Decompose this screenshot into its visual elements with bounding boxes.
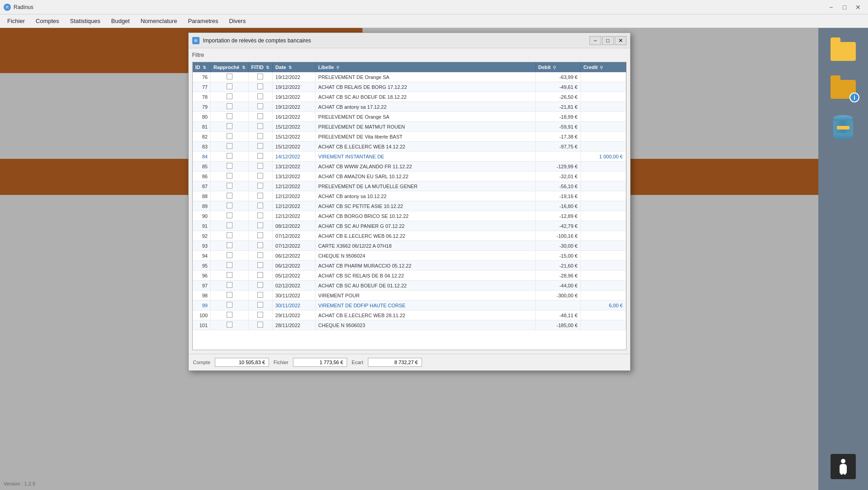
cell-fitid[interactable] — [248, 241, 273, 251]
modal-close-button[interactable]: ✕ — [615, 36, 627, 45]
fitid-checkbox[interactable] — [257, 113, 263, 119]
cell-rapproche[interactable] — [211, 271, 249, 281]
table-row[interactable]: 93 07/12/2022 CARTE X3662 06/12/22 A 07H… — [193, 241, 626, 251]
menu-comptes[interactable]: Comptes — [30, 16, 65, 26]
fitid-checkbox[interactable] — [257, 163, 263, 169]
cell-fitid[interactable] — [248, 181, 273, 191]
cell-rapproche[interactable] — [211, 310, 249, 320]
rapproche-checkbox[interactable] — [227, 74, 232, 79]
fitid-checkbox[interactable] — [257, 222, 263, 228]
table-row[interactable]: 80 16/12/2022 PRELEVEMENT DE Orange SA -… — [193, 112, 626, 122]
cell-fitid[interactable] — [248, 271, 273, 281]
rapproche-checkbox[interactable] — [227, 203, 232, 208]
filter-credit-icon[interactable]: ⚲ — [600, 65, 603, 70]
table-row[interactable]: 76 19/12/2022 PRELEVEMENT DE Orange SA -… — [193, 72, 626, 82]
fitid-checkbox[interactable] — [257, 133, 263, 139]
cell-rapproche[interactable] — [211, 251, 249, 261]
rapproche-checkbox[interactable] — [227, 173, 232, 179]
menu-fichier[interactable]: Fichier — [2, 16, 30, 26]
cell-fitid[interactable] — [248, 152, 273, 162]
rapproche-checkbox[interactable] — [227, 262, 232, 268]
cell-rapproche[interactable] — [211, 241, 249, 251]
cell-fitid[interactable] — [248, 132, 273, 142]
table-row[interactable]: 95 06/12/2022 ACHAT CB PHARM MURACCIO 05… — [193, 261, 626, 271]
rapproche-checkbox[interactable] — [227, 272, 232, 278]
cell-fitid[interactable] — [248, 122, 273, 132]
menu-budget[interactable]: Budget — [106, 16, 135, 26]
fitid-checkbox[interactable] — [257, 232, 263, 238]
cell-rapproche[interactable] — [211, 221, 249, 231]
table-row[interactable]: 83 15/12/2022 ACHAT CB E.LECLERC WEB 14.… — [193, 142, 626, 152]
table-row[interactable]: 82 15/12/2022 PRELEVEMENT DE Vita libert… — [193, 132, 626, 142]
col-libelle[interactable]: Libelle ⚲ — [316, 62, 535, 72]
rapproche-checkbox[interactable] — [227, 292, 232, 298]
cell-rapproche[interactable] — [211, 181, 249, 191]
table-row[interactable]: 86 13/12/2022 ACHAT CB AMAZON EU SARL 10… — [193, 171, 626, 181]
rapproche-checkbox[interactable] — [227, 93, 232, 99]
cell-rapproche[interactable] — [211, 320, 249, 330]
menu-statistiques[interactable]: Statistiques — [65, 16, 106, 26]
table-row[interactable]: 84 14/12/2022 VIREMENT INSTANTANE DE 1 0… — [193, 152, 626, 162]
table-row[interactable]: 79 19/12/2022 ACHAT CB antony sa 17.12.2… — [193, 102, 626, 112]
table-row[interactable]: 94 06/12/2022 CHEQUE N 9506024 -15,00 € — [193, 251, 626, 261]
fitid-checkbox[interactable] — [257, 183, 263, 189]
folder-info-button[interactable]: i — [829, 75, 858, 104]
cell-fitid[interactable] — [248, 201, 273, 211]
table-row[interactable]: 87 12/12/2022 PRELEVEMENT DE LA MUTUELLE… — [193, 181, 626, 191]
cell-fitid[interactable] — [248, 310, 273, 320]
cell-fitid[interactable] — [248, 261, 273, 271]
cell-rapproche[interactable] — [211, 300, 249, 310]
table-row[interactable]: 99 30/11/2022 VIREMENT DE DDFIP HAUTE CO… — [193, 300, 626, 310]
filter-debit-icon[interactable]: ⚲ — [553, 65, 556, 70]
rapproche-checkbox[interactable] — [227, 153, 232, 159]
rapproche-checkbox[interactable] — [227, 113, 232, 119]
table-row[interactable]: 90 12/12/2022 ACHAT CB BORGO BRICO SE 10… — [193, 211, 626, 221]
fitid-checkbox[interactable] — [257, 193, 263, 199]
rapproche-checkbox[interactable] — [227, 133, 232, 139]
fitid-checkbox[interactable] — [257, 312, 263, 318]
fitid-checkbox[interactable] — [257, 302, 263, 308]
col-credit[interactable]: Credit ⚲ — [580, 62, 626, 72]
cell-rapproche[interactable] — [211, 112, 249, 122]
table-row[interactable]: 91 08/12/2022 ACHAT CB SC AU PANIER G 07… — [193, 221, 626, 231]
table-row[interactable]: 92 07/12/2022 ACHAT CB E.LECLERC WEB 06.… — [193, 231, 626, 241]
rapproche-checkbox[interactable] — [227, 322, 232, 328]
cell-rapproche[interactable] — [211, 201, 249, 211]
fitid-checkbox[interactable] — [257, 153, 263, 159]
cell-rapproche[interactable] — [211, 281, 249, 291]
modal-maximize-button[interactable]: □ — [602, 36, 614, 45]
rapproche-checkbox[interactable] — [227, 83, 232, 89]
rapproche-checkbox[interactable] — [227, 123, 232, 129]
fitid-checkbox[interactable] — [257, 74, 263, 79]
fitid-checkbox[interactable] — [257, 272, 263, 278]
col-fitid[interactable]: FITID ⇅ — [248, 62, 273, 72]
fitid-checkbox[interactable] — [257, 242, 263, 248]
cell-rapproche[interactable] — [211, 162, 249, 171]
cell-fitid[interactable] — [248, 102, 273, 112]
cell-fitid[interactable] — [248, 291, 273, 300]
fitid-checkbox[interactable] — [257, 213, 263, 218]
cell-rapproche[interactable] — [211, 102, 249, 112]
rapproche-checkbox[interactable] — [227, 242, 232, 248]
cell-rapproche[interactable] — [211, 142, 249, 152]
col-debit[interactable]: Debit ⚲ — [535, 62, 580, 72]
rapproche-checkbox[interactable] — [227, 193, 232, 199]
rapproche-checkbox[interactable] — [227, 252, 232, 258]
cell-fitid[interactable] — [248, 320, 273, 330]
rapproche-checkbox[interactable] — [227, 222, 232, 228]
cell-fitid[interactable] — [248, 300, 273, 310]
rapproche-checkbox[interactable] — [227, 143, 232, 149]
fitid-checkbox[interactable] — [257, 103, 263, 109]
cell-fitid[interactable] — [248, 191, 273, 201]
rapproche-checkbox[interactable] — [227, 163, 232, 169]
modal-minimize-button[interactable]: − — [589, 36, 601, 45]
menu-nomenclature[interactable]: Nomenclature — [135, 16, 182, 26]
table-row[interactable]: 96 05/12/2022 ACHAT CB SC RELAIS DE B 04… — [193, 271, 626, 281]
fitid-checkbox[interactable] — [257, 252, 263, 258]
rapproche-checkbox[interactable] — [227, 213, 232, 218]
cell-fitid[interactable] — [248, 142, 273, 152]
cell-rapproche[interactable] — [211, 261, 249, 271]
col-date[interactable]: Date ⇅ — [273, 62, 316, 72]
table-row[interactable]: 100 29/11/2022 ACHAT CB E.LECLERC WEB 28… — [193, 310, 626, 320]
fitid-checkbox[interactable] — [257, 93, 263, 99]
